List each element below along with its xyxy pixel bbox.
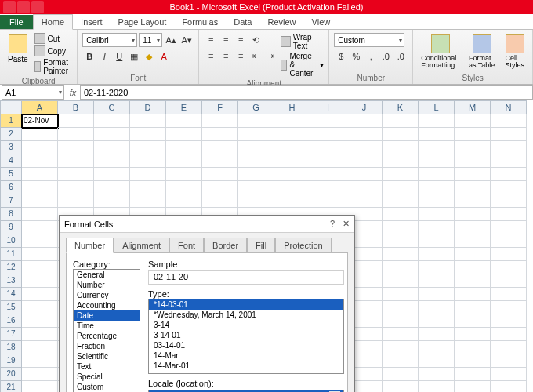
column-header[interactable]: L xyxy=(419,100,455,114)
row-header[interactable]: 2 xyxy=(0,128,22,141)
cell[interactable] xyxy=(202,114,238,128)
wrap-text-button[interactable]: Wrap Text xyxy=(281,33,324,50)
ribbon-tab-insert[interactable]: Insert xyxy=(73,15,111,29)
cell[interactable] xyxy=(419,181,455,194)
cell[interactable] xyxy=(455,301,491,314)
cell[interactable] xyxy=(419,141,455,154)
cell[interactable] xyxy=(419,248,455,261)
cell[interactable] xyxy=(419,314,455,328)
percent-icon[interactable]: % xyxy=(349,49,363,64)
cell[interactable] xyxy=(22,381,58,392)
cell[interactable] xyxy=(383,141,419,154)
category-item[interactable]: Date xyxy=(74,310,140,321)
cell[interactable] xyxy=(22,301,58,314)
cell[interactable] xyxy=(383,368,419,381)
align-center-icon[interactable]: ≡ xyxy=(219,49,233,63)
cell[interactable] xyxy=(383,288,419,301)
column-header[interactable]: I xyxy=(310,100,346,114)
cell[interactable] xyxy=(383,274,419,288)
cell[interactable] xyxy=(419,301,455,314)
cell[interactable] xyxy=(58,154,94,168)
dialog-tab-border[interactable]: Border xyxy=(204,238,247,253)
cell[interactable] xyxy=(166,141,202,154)
cell[interactable] xyxy=(238,194,274,208)
cell[interactable] xyxy=(383,261,419,274)
row-header[interactable]: 16 xyxy=(0,314,22,328)
cell[interactable] xyxy=(419,234,455,248)
type-item[interactable]: 14-Mar xyxy=(149,350,343,361)
cell[interactable] xyxy=(491,314,527,328)
cell[interactable] xyxy=(130,141,166,154)
cell[interactable] xyxy=(455,181,491,194)
cell[interactable] xyxy=(94,128,130,141)
cell[interactable] xyxy=(455,274,491,288)
cell[interactable] xyxy=(58,128,94,141)
bold-button[interactable]: B xyxy=(82,49,96,64)
ribbon-tab-page-layout[interactable]: Page Layout xyxy=(111,15,175,29)
cell[interactable] xyxy=(94,194,130,208)
cell[interactable] xyxy=(455,154,491,168)
align-left-icon[interactable]: ≡ xyxy=(204,49,218,63)
cell[interactable] xyxy=(166,128,202,141)
cell[interactable] xyxy=(58,141,94,154)
cell[interactable] xyxy=(419,168,455,181)
cell[interactable] xyxy=(419,221,455,234)
cell[interactable] xyxy=(202,181,238,194)
cell[interactable] xyxy=(238,154,274,168)
row-header[interactable]: 18 xyxy=(0,341,22,354)
ribbon-tab-formulas[interactable]: Formulas xyxy=(174,15,226,29)
cell[interactable] xyxy=(383,114,419,128)
cell[interactable] xyxy=(22,328,58,341)
category-item[interactable]: Accounting xyxy=(74,300,140,310)
fx-icon[interactable]: fx xyxy=(66,88,80,97)
cell[interactable] xyxy=(166,168,202,181)
cell[interactable] xyxy=(455,141,491,154)
cell[interactable] xyxy=(22,181,58,194)
row-header[interactable]: 5 xyxy=(0,168,22,181)
align-middle-icon[interactable]: ≡ xyxy=(219,33,233,47)
indent-inc-icon[interactable]: ⇥ xyxy=(263,49,277,63)
cell[interactable] xyxy=(58,114,94,128)
cell[interactable] xyxy=(58,168,94,181)
type-item[interactable]: 3-14 xyxy=(149,320,343,330)
cell[interactable] xyxy=(455,221,491,234)
cell[interactable] xyxy=(130,114,166,128)
cell[interactable] xyxy=(455,381,491,392)
cell[interactable] xyxy=(491,328,527,341)
column-header[interactable]: B xyxy=(58,100,94,114)
dialog-tab-number[interactable]: Number xyxy=(66,238,114,253)
cell[interactable] xyxy=(491,381,527,392)
cell[interactable] xyxy=(491,234,527,248)
category-item[interactable]: Number xyxy=(74,280,140,290)
cell[interactable] xyxy=(22,234,58,248)
undo-icon[interactable] xyxy=(17,1,30,13)
cell[interactable] xyxy=(22,154,58,168)
cell[interactable] xyxy=(383,194,419,208)
cell[interactable] xyxy=(202,141,238,154)
cell[interactable] xyxy=(166,181,202,194)
column-header[interactable]: A xyxy=(22,100,58,114)
cell[interactable] xyxy=(274,181,310,194)
cell[interactable] xyxy=(94,114,130,128)
merge-center-button[interactable]: Merge & Center ▾ xyxy=(281,52,324,78)
cell[interactable] xyxy=(491,208,527,221)
font-color-button[interactable]: A xyxy=(157,49,171,64)
cell[interactable] xyxy=(419,354,455,368)
cell[interactable] xyxy=(419,128,455,141)
cell[interactable] xyxy=(419,154,455,168)
cell[interactable] xyxy=(22,221,58,234)
decrease-decimal-icon[interactable]: .0 xyxy=(393,49,408,64)
dialog-titlebar[interactable]: Format Cells ? ✕ xyxy=(60,216,354,233)
align-top-icon[interactable]: ≡ xyxy=(204,33,218,47)
row-header[interactable]: 17 xyxy=(0,328,22,341)
cell[interactable] xyxy=(491,368,527,381)
cell[interactable] xyxy=(58,181,94,194)
cell[interactable] xyxy=(346,181,383,194)
row-header[interactable]: 9 xyxy=(0,221,22,234)
cell[interactable] xyxy=(455,234,491,248)
cut-button[interactable]: Cut xyxy=(34,33,73,44)
orientation-icon[interactable]: ⟲ xyxy=(248,33,263,47)
ribbon-tab-review[interactable]: Review xyxy=(259,15,303,29)
cell[interactable] xyxy=(274,141,310,154)
cell[interactable] xyxy=(455,341,491,354)
